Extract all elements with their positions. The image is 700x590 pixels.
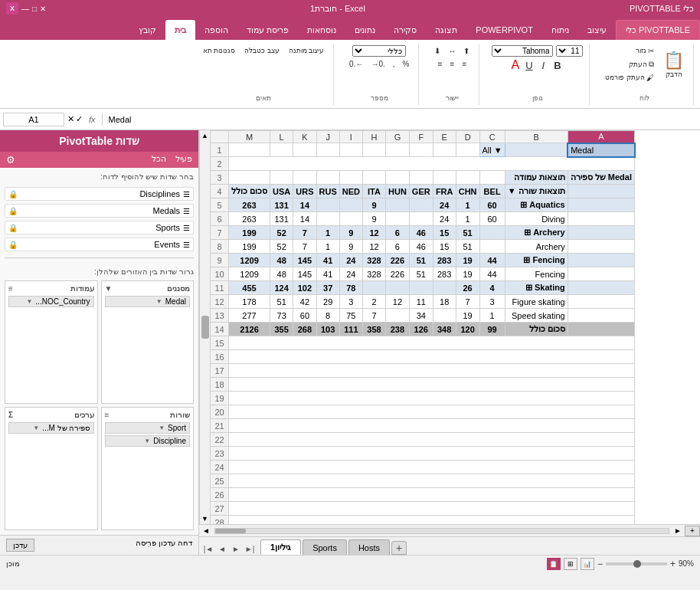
- italic-button[interactable]: I: [539, 58, 548, 73]
- add-sheet-button[interactable]: +: [391, 541, 407, 555]
- align-center-button[interactable]: ≡: [447, 58, 458, 70]
- sidebar-sub-all[interactable]: הכל: [152, 154, 166, 166]
- align-right-button[interactable]: ≡: [459, 58, 469, 70]
- formula-cancel-btn[interactable]: ✕: [67, 114, 74, 124]
- cell-f1[interactable]: [409, 143, 433, 157]
- cell-d1[interactable]: [456, 143, 479, 157]
- increase-decimal-button[interactable]: .0→: [368, 58, 388, 70]
- tab-powerpivot[interactable]: POWERPIVOT: [466, 20, 542, 40]
- scroll-thumb[interactable]: [201, 316, 209, 339]
- cell-j1[interactable]: [316, 143, 339, 157]
- copy-button[interactable]: ⧉העתק: [602, 58, 657, 70]
- page-break-btn[interactable]: 📊: [581, 558, 594, 570]
- drag-area-columns[interactable]: עמודות ≡ NOC_Country... ▼: [5, 280, 98, 404]
- formula-confirm-btn[interactable]: ✓: [76, 114, 83, 124]
- row-chip-discipline[interactable]: Discipline ▼: [105, 435, 191, 447]
- number-format-select[interactable]: כללי: [352, 45, 406, 57]
- tab-pagelayout[interactable]: פריסת עמוד: [237, 20, 298, 40]
- comma-button[interactable]: ,: [390, 58, 398, 70]
- cell-h1[interactable]: [363, 143, 386, 157]
- col-h[interactable]: H: [363, 131, 386, 143]
- filter-chip-medal[interactable]: Medal ▼: [105, 296, 191, 307]
- scroll-up-btn[interactable]: ▲: [201, 132, 208, 139]
- row-chip-sport[interactable]: Sport ▼: [105, 422, 191, 434]
- cell-m1[interactable]: [229, 143, 270, 157]
- add-sheet-small-btn[interactable]: +: [685, 526, 700, 536]
- cell-ref-input[interactable]: [3, 113, 64, 126]
- cell-c1[interactable]: All ▼: [479, 143, 505, 157]
- col-j[interactable]: J: [316, 131, 339, 143]
- field-item-sports[interactable]: ☰ Sports 🔒: [5, 221, 194, 234]
- format-table-button[interactable]: עצב כטבלה: [241, 45, 283, 56]
- col-m[interactable]: M: [229, 131, 270, 143]
- cell-l1[interactable]: [270, 143, 293, 157]
- cell-a1[interactable]: Medal: [568, 143, 634, 157]
- scroll-down-btn[interactable]: ▼: [201, 515, 208, 523]
- col-c[interactable]: C: [479, 131, 505, 143]
- align-top-button[interactable]: ⬆: [460, 45, 473, 57]
- col-f[interactable]: F: [409, 131, 433, 143]
- tab-pivottable[interactable]: PIVOTTABLE כלי: [616, 20, 700, 40]
- tab-insert[interactable]: הוספה: [195, 20, 237, 40]
- tab-edit[interactable]: עיצוב: [578, 20, 616, 40]
- field-item-medals[interactable]: ☰ Medals 🔒: [5, 204, 194, 218]
- font-size-select[interactable]: 11: [556, 45, 583, 57]
- field-item-disciplines[interactable]: ☰ Disciplines 🔒: [5, 187, 194, 201]
- horizontal-scrollbar[interactable]: ◄ ► +: [199, 524, 700, 536]
- underline-button[interactable]: U: [522, 58, 535, 73]
- field-item-events[interactable]: ☰ Events 🔒: [5, 238, 194, 251]
- sheet-tab-sports[interactable]: Sports: [303, 539, 347, 555]
- h-scroll-thumb[interactable]: [215, 529, 246, 533]
- pct-button[interactable]: %: [400, 58, 413, 70]
- align-left-button[interactable]: ≡: [435, 58, 446, 70]
- col-g[interactable]: G: [386, 131, 410, 143]
- bold-button[interactable]: B: [551, 58, 564, 73]
- col-e[interactable]: E: [433, 131, 456, 143]
- drag-area-values[interactable]: ערכים Σ ספירה של M... ▼: [5, 407, 98, 530]
- tab-nav-first[interactable]: |◄: [202, 542, 214, 555]
- vertical-scrollbar[interactable]: ▲ ▼: [199, 130, 210, 524]
- cut-button[interactable]: ✂גזור: [602, 45, 657, 57]
- cell-e1[interactable]: [433, 143, 456, 157]
- drag-area-rows[interactable]: שורות ≡ Sport ▼ Discipline ▼: [101, 407, 195, 530]
- tab-nav-prev[interactable]: ◄: [216, 542, 228, 555]
- drag-area-filters[interactable]: מסננים ▼ Medal ▼: [101, 280, 195, 404]
- decrease-decimal-button[interactable]: ←.0: [346, 58, 366, 70]
- cell-k1[interactable]: [293, 143, 316, 157]
- scroll-right-btn[interactable]: ►: [671, 526, 685, 535]
- tab-formulas[interactable]: נוסחאות: [298, 20, 345, 40]
- cell-b1[interactable]: [505, 143, 568, 157]
- sheet-tab-gilayon1[interactable]: גיליון1: [260, 539, 301, 555]
- format-painter-button[interactable]: 🖌העתק פורמט: [602, 72, 657, 84]
- sheet-scroll[interactable]: M L K J I H G F E D C B A: [210, 130, 700, 524]
- zoom-minus-btn[interactable]: −: [597, 559, 603, 569]
- align-bottom-button[interactable]: ⬇: [431, 45, 443, 57]
- sidebar-settings-btn[interactable]: ⚙: [6, 154, 15, 166]
- font-name-select[interactable]: Tahoma: [492, 45, 553, 57]
- column-chip-noc[interactable]: NOC_Country... ▼: [8, 296, 94, 307]
- col-b[interactable]: B: [505, 131, 568, 143]
- tab-nav-next[interactable]: ►: [230, 542, 242, 555]
- formula-input[interactable]: Medal: [102, 113, 697, 126]
- tab-analyze[interactable]: ניתוח: [542, 20, 578, 40]
- zoom-slider[interactable]: [606, 562, 667, 565]
- page-layout-btn[interactable]: ⊞: [564, 558, 577, 570]
- tab-data[interactable]: נתונים: [345, 20, 384, 40]
- sidebar-sub-active[interactable]: פעיל: [175, 154, 192, 166]
- cell-g1[interactable]: [386, 143, 410, 157]
- tab-review[interactable]: סקירה: [384, 20, 426, 40]
- cell-styles-button[interactable]: סגנונות תא: [200, 45, 239, 56]
- tab-view[interactable]: תצוגה: [426, 20, 466, 40]
- normal-view-btn[interactable]: 📋: [547, 558, 561, 570]
- zoom-plus-btn[interactable]: +: [670, 559, 675, 569]
- conditional-format-button[interactable]: עיצוב מותנה: [286, 45, 328, 56]
- value-chip-count[interactable]: ספירה של M... ▼: [8, 422, 94, 434]
- col-d[interactable]: D: [456, 131, 479, 143]
- tab-file[interactable]: קובץ: [129, 20, 165, 40]
- scroll-left-btn[interactable]: ◄: [199, 526, 213, 535]
- col-i[interactable]: I: [339, 131, 362, 143]
- tab-nav-last[interactable]: ►|: [244, 542, 256, 555]
- cell-i1[interactable]: [339, 143, 362, 157]
- col-a[interactable]: A: [568, 131, 634, 143]
- sheet-tab-hosts[interactable]: Hosts: [348, 539, 390, 555]
